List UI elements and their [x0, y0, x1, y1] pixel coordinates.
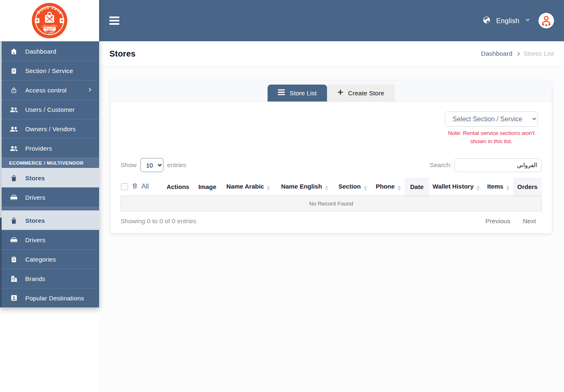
sidebar-item-categories[interactable]: Categories [0, 249, 99, 269]
page-title: Stores [109, 49, 135, 59]
sidebar-item-label: Users / Customer [25, 106, 75, 113]
shopping-bag-icon [9, 174, 19, 182]
sidebar-scrollbar-thumb[interactable] [0, 41, 2, 218]
sidebar-item-providers[interactable]: Providers [0, 138, 99, 158]
main-content: Store List Create Store Select Section /… [99, 66, 564, 392]
column-wallet-history[interactable]: Wallet History [429, 178, 483, 196]
column-actions: Actions [162, 178, 194, 196]
sidebar-item-stores-2[interactable]: Stores [0, 210, 99, 230]
sidebar-item-label: Owners / Vendors [25, 125, 76, 132]
sort-icon [364, 186, 367, 191]
sidebar-item-owners-vendors[interactable]: Owners / Vendors [0, 119, 99, 138]
section-service-select[interactable]: Select Section / Service [445, 111, 538, 127]
breadcrumb-current: Stores List [524, 50, 554, 57]
search-group: Search: [430, 158, 542, 172]
sidebar-item-access-control[interactable]: Access control [0, 80, 99, 99]
user-avatar[interactable] [538, 13, 554, 28]
chevron-right-icon [87, 87, 92, 94]
sidebar-item-popular-destinations[interactable]: Popular Destinations [0, 288, 99, 307]
shopping-bag-icon [9, 217, 19, 224]
previous-button[interactable]: Previous [486, 217, 510, 225]
rental-note: Note: Rental service sections won't show… [441, 129, 542, 146]
sidebar-menu: Dashboard Section / Service Access contr… [0, 41, 99, 307]
section-filter-row: Select Section / Service Note: Rental se… [121, 102, 542, 146]
sort-icon [476, 186, 480, 191]
home-icon [9, 47, 19, 55]
stores-table: All Actions Image Name Arabic Name Engli… [121, 178, 542, 212]
car-icon [9, 236, 19, 243]
showing-info: Showing 0 to 0 of 0 entries [121, 217, 197, 225]
sidebar-collapsed-section-strip [0, 207, 99, 210]
sidebar-item-label: Drivers [25, 194, 45, 201]
length-menu: Show 10 entries [121, 158, 186, 172]
no-record-message: No Record Found [121, 196, 542, 211]
language-selector-label[interactable]: English [496, 17, 519, 25]
globe-icon [482, 16, 491, 26]
building-icon [9, 275, 19, 282]
sidebar-item-brands[interactable]: Brands [0, 269, 99, 288]
sidebar-item-label: Providers [25, 145, 52, 152]
breadcrumb-dashboard-link[interactable]: Dashboard [481, 50, 512, 57]
sort-icon [325, 186, 328, 191]
sidebar-item-label: Drivers [25, 236, 45, 243]
plus-icon [337, 89, 344, 97]
stores-card: Store List Create Store Select Section /… [111, 81, 552, 233]
sidebar-item-label: Stores [25, 217, 45, 224]
sidebar-item-label: Categories [25, 256, 56, 263]
pagination: Previous Next [486, 217, 536, 225]
column-section[interactable]: Section [334, 178, 372, 196]
sidebar-item-label: Access control [25, 87, 66, 94]
column-orders: Orders [513, 178, 541, 196]
breadcrumb: Dashboard Stores List [481, 50, 554, 57]
search-label: Search: [430, 161, 452, 169]
otlob-jana-logo-icon: Otlob Jana مطاعم ومتاجر Restaurants & Sh… [31, 2, 68, 39]
sidebar-item-users-customer[interactable]: Users / Customer [0, 99, 99, 119]
sidebar-item-label: Stores [25, 175, 45, 182]
avatar-person-icon [538, 13, 554, 28]
users-icon [9, 125, 19, 132]
users-icon [9, 106, 19, 113]
list-icon [278, 89, 285, 97]
top-navbar: English [99, 0, 564, 41]
tab-create-store[interactable]: Create Store [327, 85, 395, 102]
sidebar-item-drivers-2[interactable]: Drivers [0, 230, 99, 249]
table-header-row: All Actions Image Name Arabic Name Engli… [121, 178, 542, 196]
sidebar-item-label: Popular Destinations [25, 295, 84, 302]
sidebar-item-drivers[interactable]: Drivers [0, 187, 99, 207]
sort-icon [267, 186, 270, 191]
app-logo[interactable]: Otlob Jana مطاعم ومتاجر Restaurants & Sh… [0, 0, 99, 41]
sidebar-item-label: Brands [25, 275, 45, 282]
hamburger-menu-icon[interactable] [109, 17, 119, 25]
sidebar-item-label: Section / Service [25, 67, 73, 74]
select-all-checkbox[interactable] [121, 183, 128, 190]
breadcrumb-separator-icon [516, 52, 520, 56]
select-all-label[interactable]: All [142, 183, 149, 190]
empty-row: No Record Found [121, 196, 542, 211]
clipboard-icon [9, 255, 19, 263]
column-name-arabic[interactable]: Name Arabic [221, 178, 275, 196]
column-items[interactable]: Items [483, 178, 513, 196]
show-label: Show [121, 161, 137, 169]
tab-label: Store List [289, 90, 316, 97]
sidebar-item-label: Dashboard [25, 48, 56, 55]
chevron-down-icon[interactable] [525, 17, 531, 24]
page-length-select[interactable]: 10 [140, 158, 164, 172]
search-input[interactable] [454, 158, 542, 172]
next-button[interactable]: Next [523, 217, 536, 225]
sidebar-scrollbar[interactable] [0, 41, 2, 307]
column-name-english[interactable]: Name English [276, 178, 334, 196]
contact-card-icon [9, 294, 19, 302]
sidebar-item-dashboard[interactable]: Dashboard [0, 41, 99, 61]
entries-label: entries [167, 161, 187, 169]
column-select-all: All [121, 178, 162, 196]
trash-icon[interactable] [132, 182, 138, 191]
page-header: Stores Dashboard Stores List [99, 41, 564, 66]
column-date: Date [405, 178, 429, 196]
tab-store-list[interactable]: Store List [268, 85, 327, 102]
sort-icon [398, 186, 401, 191]
column-phone[interactable]: Phone [372, 178, 405, 196]
car-icon [9, 194, 19, 201]
sidebar-item-stores[interactable]: Stores [0, 168, 99, 187]
sidebar-section-ecommerce: ECOMMERCE / MULTIVENDOR [0, 158, 99, 168]
sidebar-item-section-service[interactable]: Section / Service [0, 61, 99, 80]
